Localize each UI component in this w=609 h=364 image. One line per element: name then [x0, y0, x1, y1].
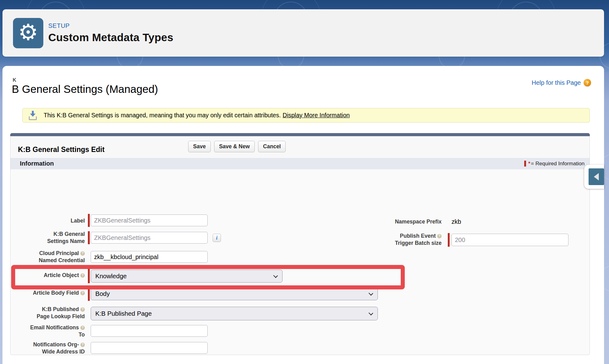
- article-object-select[interactable]: Knowledge: [91, 270, 283, 283]
- header-title: Custom Metadata Types: [48, 31, 173, 44]
- required-information-note: * = Required Information: [524, 161, 585, 167]
- form-body: Label K:B GeneralSettings Name i Cloud P…: [11, 169, 590, 336]
- form-header: K:B General Settings Edit Save Save & Ne…: [11, 136, 590, 158]
- question-circle-icon: ?: [80, 326, 85, 330]
- required-bar: [88, 214, 90, 227]
- required-bar: [448, 233, 450, 247]
- publish-event-batch-label: Publish Event? Trigger Batch size: [368, 232, 442, 247]
- publish-event-batch-input[interactable]: [451, 234, 568, 246]
- banner-text: This K:B General Settings is managed, me…: [44, 112, 281, 119]
- question-circle-icon[interactable]: ?: [584, 79, 591, 86]
- namespace-prefix-label: Namespace Prefix: [368, 218, 442, 225]
- question-circle-icon: ?: [80, 343, 85, 347]
- information-section-header: Information * = Required Information: [11, 158, 590, 169]
- collapse-left-arrow-icon: [594, 173, 599, 180]
- display-more-information-link[interactable]: Display More Information: [283, 112, 350, 119]
- article-body-field-select[interactable]: Body: [91, 287, 378, 300]
- namespace-prefix-value: zkb: [451, 218, 461, 225]
- question-circle-icon: ?: [80, 307, 85, 312]
- edit-form: K:B General Settings Edit Save Save & Ne…: [10, 133, 590, 355]
- published-page-lookup-select[interactable]: K:B Published Page: [91, 307, 378, 320]
- settings-name-input[interactable]: [91, 232, 208, 244]
- cloud-principal-input[interactable]: [91, 251, 208, 263]
- chevron-down-icon: [273, 273, 278, 278]
- chevron-down-icon: [369, 291, 373, 296]
- required-bar: [88, 269, 90, 283]
- required-bar: [88, 287, 90, 301]
- page: { "header": { "eyebrow": "SETUP", "title…: [0, 0, 609, 364]
- info-icon-button[interactable]: i: [213, 234, 221, 242]
- article-body-field-label: Article Body Field?: [11, 289, 85, 297]
- question-circle-icon: ?: [80, 251, 85, 256]
- managed-package-banner: This K:B General Settings is managed, me…: [22, 108, 590, 123]
- gear-icon: ⚙: [13, 18, 43, 48]
- save-and-new-button-top[interactable]: Save & New: [214, 141, 255, 152]
- package-install-icon: [29, 111, 37, 120]
- published-page-lookup-field-label: K:B Published? Page Lookup Field: [11, 306, 85, 320]
- form-top-bar: [10, 133, 590, 136]
- question-circle-icon: ?: [80, 273, 85, 278]
- content-card: K B General Settings (Managed) Help for …: [2, 66, 604, 364]
- setup-eyebrow: SETUP: [48, 22, 173, 29]
- required-bar: [88, 231, 90, 244]
- help-for-page: Help for this Page ?: [532, 79, 591, 86]
- question-circle-icon: ?: [80, 291, 85, 295]
- article-object-field-label: Article Object?: [11, 272, 85, 279]
- section-title: Information: [20, 160, 54, 167]
- org-wide-address-field-label: Notifications Org-? Wide Address ID: [11, 341, 85, 355]
- required-bar-icon: [524, 161, 526, 167]
- org-wide-address-input[interactable]: [91, 342, 208, 354]
- cancel-button-top[interactable]: Cancel: [258, 141, 286, 152]
- question-circle-icon: ?: [437, 234, 442, 238]
- chevron-down-icon: [369, 311, 373, 315]
- label-input[interactable]: [91, 214, 208, 226]
- help-link[interactable]: Help for this Page: [532, 79, 581, 86]
- form-title: K:B General Settings Edit: [18, 145, 105, 154]
- entity-prefix: K: [13, 77, 16, 83]
- cloud-principal-field-label: Cloud Principal? Named Credential: [11, 250, 85, 264]
- save-button-top[interactable]: Save: [188, 141, 211, 152]
- settings-name-field-label: K:B GeneralSettings Name: [11, 231, 85, 245]
- setup-header-card: ⚙ SETUP Custom Metadata Types: [2, 9, 604, 57]
- page-title: B General Settings (Managed): [12, 83, 158, 95]
- label-field-label: Label: [11, 217, 85, 224]
- email-notifications-input[interactable]: [91, 325, 208, 337]
- sidebar-collapse-tab[interactable]: [584, 165, 604, 189]
- email-notifications-field-label: Email Notifications? To: [11, 324, 85, 338]
